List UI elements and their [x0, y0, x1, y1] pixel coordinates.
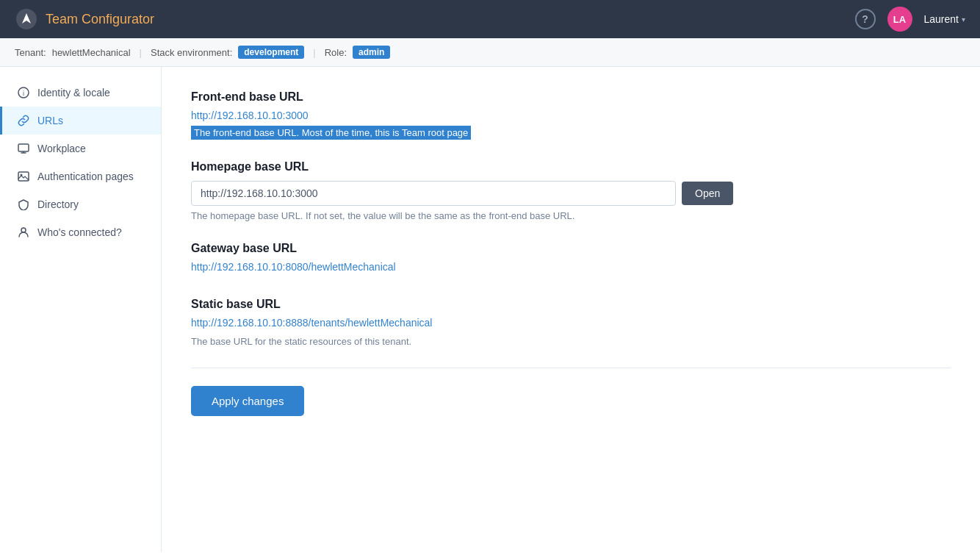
- static-url-link[interactable]: http://192.168.10.10:8888/tenants/hewlet…: [191, 317, 432, 329]
- stack-label: Stack environment:: [151, 47, 232, 58]
- apply-changes-button[interactable]: Apply changes: [191, 386, 304, 416]
- sidebar-item-label: Who's connected?: [37, 226, 122, 238]
- title-plain: Team: [46, 12, 82, 26]
- stack-badge: development: [238, 46, 304, 59]
- open-button[interactable]: Open: [682, 182, 733, 205]
- role-label: Role:: [325, 47, 347, 58]
- circle-info-icon: i: [17, 86, 30, 99]
- sidebar-item-workplace[interactable]: Workplace: [0, 135, 161, 162]
- svg-text:i: i: [23, 90, 24, 97]
- divider: [191, 368, 951, 368]
- layout: i Identity & locale URLs Workplace Authe…: [0, 67, 980, 552]
- frontend-url-link[interactable]: http://192.168.10.10:3000: [191, 110, 309, 121]
- sidebar-item-identity[interactable]: i Identity & locale: [0, 79, 161, 107]
- gateway-url-title: Gateway base URL: [191, 242, 951, 255]
- gateway-url-link[interactable]: http://192.168.10.10:8080/hewlettMechani…: [191, 261, 396, 273]
- user-menu[interactable]: Laurent ▾: [924, 13, 965, 25]
- main-content: Front-end base URL http://192.168.10.10:…: [162, 67, 980, 552]
- monitor-icon: [17, 142, 30, 155]
- homepage-base-url-section: Homepage base URL Open The homepage base…: [191, 160, 951, 221]
- image-icon: [17, 170, 30, 183]
- chevron-down-icon: ▾: [962, 15, 965, 24]
- subheader: Tenant: hewlettMechanical | Stack enviro…: [0, 38, 980, 67]
- homepage-url-input[interactable]: [191, 181, 676, 206]
- homepage-url-desc: The homepage base URL. If not set, the v…: [191, 210, 951, 221]
- header-right: ? LA Laurent ▾: [855, 7, 965, 32]
- sidebar-item-auth-pages[interactable]: Authentication pages: [0, 162, 161, 190]
- svg-point-8: [21, 228, 26, 232]
- homepage-url-title: Homepage base URL: [191, 160, 951, 173]
- static-url-desc: The base URL for the static resources of…: [191, 336, 951, 347]
- app-title: Team Configurator: [46, 12, 154, 27]
- tenant-label: Tenant:: [15, 47, 46, 58]
- sidebar-item-label: URLs: [37, 115, 63, 126]
- frontend-base-url-section: Front-end base URL http://192.168.10.10:…: [191, 90, 951, 140]
- sidebar-item-whos-connected[interactable]: Who's connected?: [0, 218, 161, 246]
- app-header: Team Configurator ? LA Laurent ▾: [0, 0, 980, 38]
- sidebar: i Identity & locale URLs Workplace Authe…: [0, 67, 162, 552]
- avatar: LA: [887, 7, 912, 32]
- sidebar-item-label: Identity & locale: [37, 87, 110, 99]
- tenant-value: hewlettMechanical: [52, 47, 131, 58]
- help-button[interactable]: ?: [855, 9, 876, 29]
- link-icon: [17, 114, 30, 127]
- user-name-label: Laurent: [924, 13, 959, 25]
- gateway-base-url-section: Gateway base URL http://192.168.10.10:80…: [191, 242, 951, 277]
- title-orange: Configurator: [82, 12, 154, 26]
- role-badge: admin: [353, 46, 390, 59]
- sidebar-item-label: Workplace: [37, 143, 86, 154]
- sidebar-item-urls[interactable]: URLs: [0, 107, 161, 135]
- sidebar-item-directory[interactable]: Directory: [0, 190, 161, 218]
- static-base-url-section: Static base URL http://192.168.10.10:888…: [191, 298, 951, 347]
- shield-icon: [17, 198, 30, 211]
- svg-rect-6: [18, 172, 29, 181]
- person-icon: [17, 226, 30, 239]
- sidebar-item-label: Directory: [37, 198, 79, 210]
- svg-rect-3: [18, 144, 29, 151]
- logo-icon: [15, 7, 38, 31]
- frontend-url-highlight: The front-end base URL. Most of the time…: [191, 126, 471, 140]
- sidebar-item-label: Authentication pages: [37, 171, 134, 182]
- homepage-input-row: Open: [191, 181, 951, 206]
- frontend-url-title: Front-end base URL: [191, 90, 951, 104]
- header-left: Team Configurator: [15, 7, 154, 31]
- static-url-title: Static base URL: [191, 298, 951, 311]
